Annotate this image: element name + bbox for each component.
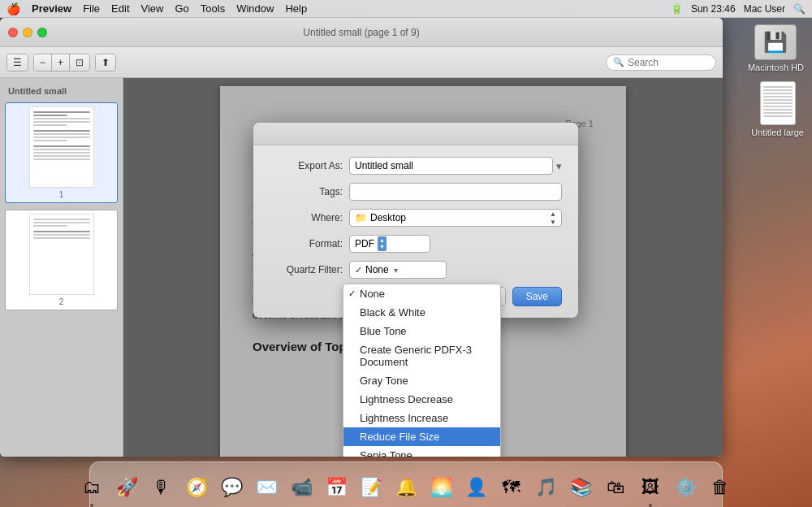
toolbar-search-box[interactable]: 🔍 bbox=[606, 54, 716, 71]
dropdown-item-none[interactable]: None bbox=[343, 284, 500, 303]
doc-mini-line bbox=[763, 96, 793, 98]
menu-edit[interactable]: Edit bbox=[111, 2, 129, 15]
format-row: Format: PDF ▲ ▼ bbox=[270, 235, 562, 253]
document-area: Page 1 Restraint of Trade 24 July 2014 A… bbox=[123, 78, 723, 457]
siri-icon: 🎙 bbox=[153, 477, 171, 498]
dropdown-item-create-generic[interactable]: Create Generic PDFX-3 Document bbox=[343, 340, 500, 371]
dropdown-item-lightness-increase[interactable]: Lightness Increase bbox=[343, 409, 500, 427]
dock-item-music[interactable]: 🎵 bbox=[529, 471, 562, 504]
dock-item-reminders[interactable]: 🔔 bbox=[390, 471, 422, 504]
quartz-dropdown-arrow[interactable]: ▾ bbox=[394, 266, 398, 275]
folder-icon: 📁 bbox=[355, 212, 367, 223]
dropdown-item-lightness-decrease[interactable]: Lightness Decrease bbox=[343, 390, 500, 409]
dock-item-contacts[interactable]: 👤 bbox=[460, 471, 492, 504]
preview-window: Untitled small (page 1 of 9) ☰ − + ⊡ ⬆ 🔍 bbox=[0, 18, 723, 457]
quartz-filter-select[interactable]: ✓ None ▾ bbox=[349, 261, 447, 279]
menu-go[interactable]: Go bbox=[175, 2, 188, 15]
menubar-time: Sun 23:46 bbox=[691, 3, 736, 15]
format-up-arrow[interactable]: ▲ bbox=[379, 237, 385, 244]
dock-item-safari[interactable]: 🧭 bbox=[180, 471, 213, 504]
menu-file[interactable]: File bbox=[83, 2, 100, 15]
dock-item-calendar[interactable]: 📅 bbox=[320, 471, 352, 504]
photos-icon: 🌅 bbox=[430, 477, 452, 498]
untitled-large-icon[interactable]: Untitled large bbox=[751, 81, 804, 137]
dock-item-preview[interactable]: 🖼 bbox=[634, 471, 667, 504]
where-select[interactable]: 📁 Desktop ▲ ▼ bbox=[349, 209, 562, 227]
thumb-line bbox=[33, 152, 90, 154]
tags-input[interactable] bbox=[349, 183, 562, 201]
where-up-arrow[interactable]: ▲ bbox=[550, 210, 556, 218]
mail-icon: ✉️ bbox=[256, 477, 278, 498]
sidebar-page-1[interactable]: 1 bbox=[5, 102, 118, 203]
finder-icon: 🗂 bbox=[83, 477, 101, 498]
thumb-line bbox=[33, 145, 90, 147]
where-label: Where: bbox=[270, 212, 343, 223]
dock-item-finder[interactable]: 🗂 bbox=[76, 471, 108, 504]
dock-item-messages[interactable]: 💬 bbox=[215, 471, 248, 504]
dock-item-books[interactable]: 📚 bbox=[564, 471, 597, 504]
menu-window[interactable]: Window bbox=[236, 2, 274, 15]
untitled-large-icon-label: Untitled large bbox=[751, 128, 804, 137]
search-icon: 🔍 bbox=[613, 57, 624, 67]
dock-item-facetime[interactable]: 📹 bbox=[285, 471, 317, 504]
launchpad-icon: 🚀 bbox=[116, 477, 138, 498]
window-titlebar: Untitled small (page 1 of 9) bbox=[0, 18, 723, 47]
dropdown-item-black-white[interactable]: Black & White bbox=[343, 303, 500, 322]
window-minimize-button[interactable] bbox=[23, 28, 32, 37]
dock-item-trash[interactable]: 🗑 bbox=[704, 471, 736, 504]
dock-item-photos[interactable]: 🌅 bbox=[425, 471, 457, 504]
toolbar-zoom-fit-btn[interactable]: ⊡ bbox=[70, 54, 89, 71]
contacts-icon: 👤 bbox=[465, 477, 487, 498]
dialog-titlebar bbox=[253, 123, 578, 145]
thumb-page-1-preview bbox=[29, 106, 94, 188]
dock-item-mail[interactable]: ✉️ bbox=[250, 471, 283, 504]
dialog-body: Export As: ▾ Tags: Where: bbox=[253, 145, 578, 318]
dock-item-systemprefs[interactable]: ⚙️ bbox=[669, 471, 702, 504]
thumb-line bbox=[33, 130, 90, 132]
dropdown-item-sepia-tone[interactable]: Sepia Tone bbox=[343, 446, 500, 457]
dock-item-notes[interactable]: 📝 bbox=[355, 471, 387, 504]
export-as-input[interactable] bbox=[349, 157, 553, 175]
toolbar-share-btn[interactable]: ⬆ bbox=[96, 54, 115, 71]
menu-help[interactable]: Help bbox=[285, 2, 307, 15]
dock-item-maps[interactable]: 🗺 bbox=[495, 471, 527, 504]
quartz-filter-value: None bbox=[365, 264, 389, 275]
thumb-line bbox=[33, 115, 67, 116]
where-down-arrow[interactable]: ▼ bbox=[550, 219, 556, 226]
format-select[interactable]: PDF ▲ ▼ bbox=[349, 235, 430, 253]
menubar-search-icon[interactable]: 🔍 bbox=[793, 3, 806, 15]
dropdown-item-reduce-file-size[interactable]: Reduce File Size bbox=[343, 427, 500, 446]
dock-item-siri[interactable]: 🎙 bbox=[145, 471, 178, 504]
thumb-line bbox=[33, 124, 67, 126]
menu-tools[interactable]: Tools bbox=[201, 2, 225, 15]
apple-menu-icon[interactable]: 🍎 bbox=[6, 2, 20, 15]
dropdown-item-gray-tone[interactable]: Gray Tone bbox=[343, 371, 500, 390]
quartz-filter-label: Quartz Filter: bbox=[270, 264, 343, 275]
format-down-arrow[interactable]: ▼ bbox=[379, 244, 385, 250]
menu-view[interactable]: View bbox=[141, 2, 164, 15]
search-input[interactable] bbox=[628, 57, 709, 68]
doc-mini-line bbox=[763, 106, 793, 107]
quartz-filter-dropdown[interactable]: None Black & White Blue Tone Create Gene… bbox=[343, 284, 501, 457]
thumb-line bbox=[33, 219, 90, 220]
app-name[interactable]: Preview bbox=[32, 2, 71, 15]
sidebar-page-2[interactable]: 2 bbox=[5, 210, 118, 310]
window-close-button[interactable] bbox=[8, 28, 18, 37]
where-stepper[interactable]: ▲ ▼ bbox=[550, 210, 556, 226]
window-maximize-button[interactable] bbox=[37, 28, 47, 37]
toolbar-zoom-out-btn[interactable]: − bbox=[34, 54, 52, 71]
dropdown-item-none-label: None bbox=[360, 288, 385, 300]
export-as-row: Export As: ▾ bbox=[270, 157, 562, 175]
format-value: PDF bbox=[355, 238, 374, 249]
dropdown-item-blue-tone-label: Blue Tone bbox=[360, 325, 407, 337]
dropdown-item-blue-tone[interactable]: Blue Tone bbox=[343, 322, 500, 340]
macintosh-hd-icon[interactable]: 💾 Macintosh HD bbox=[748, 24, 804, 72]
tags-row: Tags: bbox=[270, 183, 562, 201]
toolbar-sidebar-btn[interactable]: ☰ bbox=[7, 54, 28, 71]
save-button[interactable]: Save bbox=[512, 287, 562, 306]
export-as-dropdown-arrow[interactable]: ▾ bbox=[556, 160, 562, 172]
format-stepper[interactable]: ▲ ▼ bbox=[378, 236, 387, 250]
dock-item-launchpad[interactable]: 🚀 bbox=[110, 471, 143, 504]
dock-item-appstore[interactable]: 🛍 bbox=[599, 471, 632, 504]
toolbar-zoom-in-btn[interactable]: + bbox=[52, 54, 70, 71]
